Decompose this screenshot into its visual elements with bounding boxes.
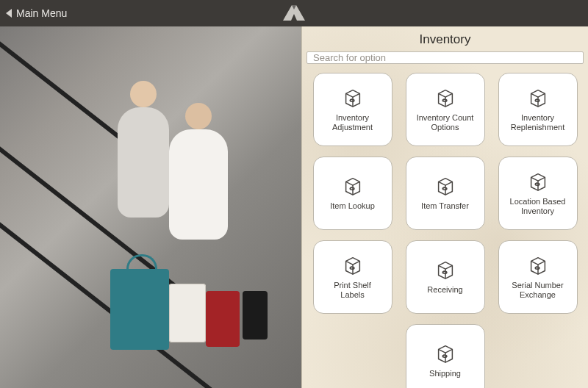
tile-print-shelf-labels[interactable]: Print Shelf Labels <box>313 240 392 314</box>
tile-item-transfer[interactable]: Item Transfer <box>406 157 485 230</box>
tile-inventory-adjustment[interactable]: Inventory Adjustment <box>313 73 392 146</box>
top-bar: Main Menu <box>0 0 588 26</box>
tile-item-lookup[interactable]: Item Lookup <box>313 157 392 230</box>
box-icon <box>527 170 549 193</box>
box-icon <box>342 254 364 276</box>
hero-image <box>0 26 301 388</box>
box-icon <box>434 259 456 281</box>
tile-label: Item Transfer <box>421 201 469 211</box>
tile-label: Location Based Inventory <box>510 197 566 216</box>
tile-label: Inventory Adjustment <box>332 113 373 132</box>
tile-label: Item Lookup <box>330 201 375 211</box>
tile-label: Inventory Count Options <box>417 113 474 132</box>
box-icon <box>342 87 364 109</box>
tile-shipping[interactable]: Shipping <box>406 324 485 388</box>
tile-label: Inventory Replenishment <box>511 113 564 132</box>
tile-label: Shipping <box>429 369 461 378</box>
panel-title: Inventory <box>302 26 588 51</box>
inventory-panel: Inventory Inventory Adjustment Inventory… <box>301 26 588 388</box>
tile-label: Serial Number Exchange <box>512 281 563 300</box>
tile-label: Receiving <box>427 285 462 295</box>
app-logo-icon <box>282 4 306 22</box>
tile-receiving[interactable]: Receiving <box>406 240 485 314</box>
tile-label: Print Shelf Labels <box>334 281 371 300</box>
box-icon <box>527 254 549 276</box>
box-icon <box>527 87 549 109</box>
search-input[interactable] <box>306 51 584 64</box>
tile-location-based-inventory[interactable]: Location Based Inventory <box>498 157 578 230</box>
box-icon <box>434 87 456 109</box>
breadcrumb-main-menu[interactable]: Main Menu <box>16 7 67 19</box>
tile-serial-number-exchange[interactable]: Serial Number Exchange <box>498 240 578 314</box>
tile-inventory-count-options[interactable]: Inventory Count Options <box>406 73 485 146</box>
tile-grid: Inventory Adjustment Inventory Count Opt… <box>302 73 588 388</box>
box-icon <box>434 342 456 364</box>
box-icon <box>434 175 456 197</box>
back-chevron-icon[interactable] <box>6 9 12 18</box>
tile-inventory-replenishment[interactable]: Inventory Replenishment <box>498 73 578 146</box>
box-icon <box>342 175 364 197</box>
